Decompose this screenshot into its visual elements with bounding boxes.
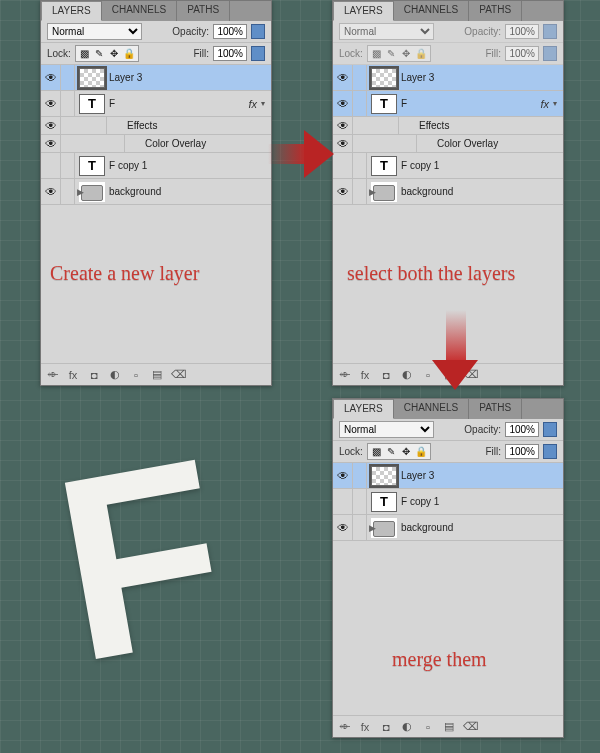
chevron-right-icon[interactable]: ▶ xyxy=(369,523,376,533)
tab-layers[interactable]: LAYERS xyxy=(41,1,102,21)
layer-name[interactable]: Layer 3 xyxy=(109,72,271,83)
layer-row[interactable]: 👁 Layer 3 xyxy=(333,65,563,91)
layer-row[interactable]: 👁 ▶ background xyxy=(333,179,563,205)
layer-row[interactable]: 👁 ▶ background xyxy=(41,179,271,205)
opacity-input[interactable] xyxy=(505,24,539,39)
tab-paths[interactable]: PATHS xyxy=(469,1,522,21)
lock-paint-icon[interactable]: ✎ xyxy=(385,445,398,458)
effects-row[interactable]: 👁 Effects xyxy=(41,117,271,135)
layer-row[interactable]: T F copy 1 xyxy=(41,153,271,179)
layer-name[interactable]: background xyxy=(401,186,563,197)
tab-layers[interactable]: LAYERS xyxy=(333,1,394,21)
visibility-toggle[interactable] xyxy=(41,153,61,178)
mask-icon[interactable]: ◘ xyxy=(87,369,101,381)
folder-icon[interactable]: ▶ xyxy=(371,182,397,202)
opacity-flyout[interactable] xyxy=(543,24,557,39)
fx-expand-icon[interactable]: ▾ xyxy=(553,99,557,108)
blend-mode-select[interactable]: Normal xyxy=(47,23,142,40)
mask-icon[interactable]: ◘ xyxy=(379,721,393,733)
tab-paths[interactable]: PATHS xyxy=(469,399,522,419)
visibility-toggle[interactable]: 👁 xyxy=(41,135,61,152)
layer-row[interactable]: 👁 Layer 3 xyxy=(333,463,563,489)
visibility-toggle[interactable]: 👁 xyxy=(333,179,353,204)
lock-move-icon[interactable]: ✥ xyxy=(400,47,413,60)
layer-row[interactable]: T F copy 1 xyxy=(333,153,563,179)
visibility-toggle[interactable]: 👁 xyxy=(41,91,61,116)
opacity-flyout[interactable] xyxy=(251,24,265,39)
layer-thumbnail[interactable] xyxy=(371,466,397,486)
layer-name[interactable]: background xyxy=(109,186,271,197)
visibility-toggle[interactable]: 👁 xyxy=(41,65,61,90)
fx-menu-icon[interactable]: fx xyxy=(358,721,372,733)
link-column[interactable] xyxy=(61,153,75,178)
link-layers-icon[interactable]: ⬲ xyxy=(337,721,351,733)
fill-input[interactable] xyxy=(505,46,539,61)
folder-icon[interactable]: ▶ xyxy=(371,518,397,538)
lock-all-icon[interactable]: 🔒 xyxy=(415,47,428,60)
chevron-right-icon[interactable]: ▶ xyxy=(77,187,84,197)
lock-all-icon[interactable]: 🔒 xyxy=(123,47,136,60)
layer-name[interactable]: F xyxy=(401,98,540,109)
layer-name[interactable]: F copy 1 xyxy=(401,496,563,507)
fill-flyout[interactable] xyxy=(251,46,265,61)
effects-row[interactable]: 👁 Effects xyxy=(333,117,563,135)
fill-flyout[interactable] xyxy=(543,444,557,459)
lock-move-icon[interactable]: ✥ xyxy=(108,47,121,60)
layer-row[interactable]: 👁 T F fx ▾ xyxy=(41,91,271,117)
fx-expand-icon[interactable]: ▾ xyxy=(261,99,265,108)
fx-menu-icon[interactable]: fx xyxy=(358,369,372,381)
lock-paint-icon[interactable]: ✎ xyxy=(385,47,398,60)
tab-channels[interactable]: CHANNELS xyxy=(102,1,177,21)
link-layers-icon[interactable]: ⬲ xyxy=(45,369,59,381)
link-column[interactable] xyxy=(61,91,75,116)
lock-transparency-icon[interactable]: ▩ xyxy=(78,47,91,60)
type-layer-icon[interactable]: T xyxy=(371,156,397,176)
color-overlay-row[interactable]: 👁 Color Overlay xyxy=(41,135,271,153)
tab-channels[interactable]: CHANNELS xyxy=(394,1,469,21)
layer-name[interactable]: F xyxy=(109,98,248,109)
type-layer-icon[interactable]: T xyxy=(371,94,397,114)
link-column[interactable] xyxy=(61,179,75,204)
layer-name[interactable]: background xyxy=(401,522,563,533)
color-overlay-row[interactable]: 👁 Color Overlay xyxy=(333,135,563,153)
layer-name[interactable]: Layer 3 xyxy=(401,72,563,83)
chevron-right-icon[interactable]: ▶ xyxy=(369,187,376,197)
layer-name[interactable]: Layer 3 xyxy=(401,470,563,481)
layer-thumbnail[interactable] xyxy=(371,68,397,88)
lock-all-icon[interactable]: 🔒 xyxy=(415,445,428,458)
type-layer-icon[interactable]: T xyxy=(79,94,105,114)
type-layer-icon[interactable]: T xyxy=(371,492,397,512)
type-layer-icon[interactable]: T xyxy=(79,156,105,176)
fill-input[interactable] xyxy=(505,444,539,459)
adjustment-icon[interactable]: ◐ xyxy=(400,368,414,381)
folder-icon[interactable]: ▶ xyxy=(79,182,105,202)
visibility-toggle[interactable]: 👁 xyxy=(333,65,353,90)
layer-row[interactable]: 👁 ▶ background xyxy=(333,515,563,541)
link-column[interactable] xyxy=(61,65,75,90)
fill-input[interactable] xyxy=(213,46,247,61)
lock-paint-icon[interactable]: ✎ xyxy=(93,47,106,60)
layer-thumbnail[interactable] xyxy=(79,68,105,88)
link-layers-icon[interactable]: ⬲ xyxy=(337,369,351,381)
group-icon[interactable]: ▫ xyxy=(421,721,435,733)
trash-icon[interactable]: ⌫ xyxy=(463,720,477,733)
mask-icon[interactable]: ◘ xyxy=(379,369,393,381)
visibility-toggle[interactable]: 👁 xyxy=(333,463,353,488)
lock-move-icon[interactable]: ✥ xyxy=(400,445,413,458)
adjustment-icon[interactable]: ◐ xyxy=(400,720,414,733)
layer-row[interactable]: 👁 T F fx ▾ xyxy=(333,91,563,117)
lock-options[interactable]: ▩ ✎ ✥ 🔒 xyxy=(367,45,431,62)
lock-transparency-icon[interactable]: ▩ xyxy=(370,445,383,458)
tab-paths[interactable]: PATHS xyxy=(177,1,230,21)
layer-name[interactable]: F copy 1 xyxy=(401,160,563,171)
visibility-toggle[interactable]: 👁 xyxy=(333,515,353,540)
tab-layers[interactable]: LAYERS xyxy=(333,399,394,419)
layer-name[interactable]: F copy 1 xyxy=(109,160,271,171)
layer-row[interactable]: T F copy 1 xyxy=(333,489,563,515)
opacity-flyout[interactable] xyxy=(543,422,557,437)
lock-options[interactable]: ▩ ✎ ✥ 🔒 xyxy=(75,45,139,62)
layer-row[interactable]: 👁 Layer 3 xyxy=(41,65,271,91)
new-layer-icon[interactable]: ▤ xyxy=(442,720,456,733)
blend-mode-select[interactable]: Normal xyxy=(339,23,434,40)
fx-menu-icon[interactable]: fx xyxy=(66,369,80,381)
